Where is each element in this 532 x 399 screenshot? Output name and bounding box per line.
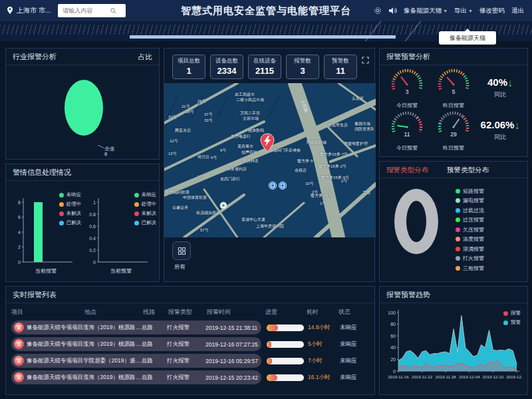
line-cell: 总路: [142, 374, 167, 382]
logout-link[interactable]: 退出: [511, 7, 524, 15]
realtime-alarm-table-panel: 实时报警列表 项目地点线路报警类型报警时间进度耗时状态 警豫备能源天猫专项项目淮…: [5, 286, 375, 395]
stat-card-label: 在线设备: [249, 57, 281, 65]
legend-item[interactable]: 打火报警: [456, 255, 484, 262]
trend-title: 报警预警趋势: [386, 287, 430, 303]
ratio-percent: 40%↓: [477, 76, 523, 89]
progress-cell: [267, 358, 308, 364]
legend-item[interactable]: 过载过流: [456, 207, 484, 214]
legend-dot: [134, 193, 139, 198]
legend-item[interactable]: 未响应: [134, 192, 157, 198]
svg-text:当前报警: 当前报警: [35, 268, 57, 274]
legend-item[interactable]: 温度报警: [456, 235, 484, 243]
pie-slice[interactable]: [65, 80, 103, 136]
legend-item[interactable]: 报警: [503, 310, 521, 317]
table-row[interactable]: 警豫备能源天猫专项项目淮海（2019）桃源路55弄4...总路打火报警2019-…: [11, 370, 369, 384]
search-icon[interactable]: [110, 8, 116, 14]
legend-label: 短路报警: [463, 188, 484, 195]
progress-fill: [267, 341, 271, 348]
gauge-label: 昨日预警: [430, 144, 477, 152]
legend-dot: [59, 211, 64, 216]
change-password-link[interactable]: 修改密码: [479, 7, 505, 15]
station-marker[interactable]: [279, 182, 287, 190]
tab-alarm-types[interactable]: 报警类型分布: [386, 162, 428, 178]
progress-fill: [267, 374, 277, 381]
table-row[interactable]: 警豫备能源天猫专项项目淮海（2019）桃源路55号...总路打火报警2019-1…: [11, 321, 369, 334]
fullscreen-icon[interactable]: [362, 57, 369, 64]
legend-item[interactable]: 处理中: [59, 201, 82, 207]
dashboard: 上海市 市... 智慧式用电安全监管与电能管理平台 豫备能源天猫▼: [0, 0, 532, 399]
gear-icon[interactable]: [374, 7, 382, 15]
table-row[interactable]: 警豫备能源天猫专项项目淮海（2019）桃源路41号 6...总路打火报警2019…: [11, 337, 369, 351]
location-cell: 学院居委（2019）盛家宅7...: [83, 357, 142, 365]
alarm-info-body: 02468当前报警未响应处理中未解决已解决00.20.40.60.81当前预警未…: [6, 181, 159, 281]
map-filter-all-button[interactable]: [172, 241, 191, 260]
panel-title-bar: 报警预警趋势: [380, 287, 527, 303]
grid-icon: [178, 247, 186, 255]
location-pin-icon: [7, 7, 13, 15]
project-name: 豫备能源天猫专项项目: [27, 324, 83, 332]
column-header: 耗时: [307, 308, 338, 317]
account-dropdown[interactable]: 豫备能源天猫▼: [404, 7, 448, 15]
stat-card: 报警数3: [286, 55, 319, 79]
progress-track: [267, 341, 304, 348]
location-selector[interactable]: 上海市 市...: [17, 6, 51, 15]
svg-text:100: 100: [388, 311, 396, 315]
legend-label: 未解决: [142, 210, 157, 217]
legend-item[interactable]: 三相报警: [456, 265, 484, 272]
band-highlight-bar: [130, 35, 396, 39]
legend-item[interactable]: 未解决: [59, 210, 82, 217]
svg-text:2: 2: [18, 245, 21, 249]
legend-item[interactable]: 已解决: [59, 219, 82, 226]
legend-dot: [134, 211, 139, 216]
legend-dot: [456, 247, 460, 251]
types-tab-bar: 报警类型分布预警类型分布: [380, 162, 527, 178]
table-row[interactable]: 警豫备能源天猫专项项目学院居委（2019）盛家宅7...总路打火报警2019-1…: [11, 354, 369, 368]
status-cell: 未响应: [340, 324, 364, 332]
alarm-badge: 警: [14, 339, 24, 349]
legend-item[interactable]: 漏电报警: [456, 197, 484, 204]
map-canvas[interactable]: 人民路: [164, 83, 376, 237]
alarm-badge: 警: [14, 323, 24, 332]
mini-chart-legend: 未响应处理中未解决已解决: [59, 189, 82, 229]
export-dropdown[interactable]: 导出▼: [454, 7, 473, 15]
svg-text:11: 11: [404, 131, 410, 138]
account-tooltip: 豫备能源天猫: [439, 31, 496, 45]
svg-text:0.2: 0.2: [89, 248, 96, 253]
legend-item[interactable]: 浪涌报警: [456, 245, 484, 253]
duration-cell: 14.8小时: [308, 324, 340, 332]
map[interactable]: 人民路 农工商超市二楼小商品市场万商二手货交易市场头发窝古玩寄售店豫园市场消防巡…: [164, 83, 376, 237]
legend-dot: [59, 193, 64, 198]
legend-item[interactable]: 未响应: [59, 192, 82, 198]
svg-text:40: 40: [390, 345, 396, 350]
legend-item[interactable]: 过压报警: [456, 216, 484, 223]
svg-text:0.4: 0.4: [89, 236, 96, 241]
speaker-icon[interactable]: [388, 7, 397, 15]
legend-item[interactable]: 欠压报警: [456, 226, 484, 233]
gauge-label: 今日预警: [384, 144, 430, 152]
tab-warning-types[interactable]: 预警类型分布: [447, 162, 489, 178]
ratio-percent: 62.06%↓: [477, 119, 523, 132]
tab-ratio[interactable]: 占比: [138, 49, 152, 65]
donut-chart[interactable]: [394, 189, 438, 254]
svg-text:0.8: 0.8: [89, 212, 96, 217]
legend-item[interactable]: 短路报警: [456, 188, 484, 195]
header-left: 上海市 市...: [0, 4, 126, 17]
poi-marker[interactable]: [220, 202, 227, 209]
search-input[interactable]: [61, 7, 110, 15]
center-panel: 项目总数1设备总数2334在线设备2115报警数3预警数11 人民路 农工商超市…: [164, 48, 375, 282]
project-name: 豫备能源天猫专项项目: [27, 374, 83, 382]
gauge: 5昨日报警: [430, 66, 477, 109]
svg-text:0: 0: [393, 369, 396, 374]
legend-item[interactable]: 处理中: [134, 201, 157, 207]
gauge: 3今日报警: [384, 66, 430, 109]
legend-item[interactable]: 预警: [503, 319, 521, 326]
ratio-value: 62.06%: [481, 119, 515, 130]
alarm-type-cell: 打火报警: [167, 357, 205, 365]
legend-dot: [59, 202, 64, 207]
station-marker[interactable]: [269, 182, 277, 190]
stat-card-value: 2115: [249, 66, 281, 76]
trend-body: 报警预警 0204060801002019-11-162019-11-22201…: [380, 303, 527, 392]
mini-bar-chart: 02468当前报警未响应处理中未解决已解决: [7, 184, 82, 281]
legend-item[interactable]: 未解决: [134, 210, 157, 217]
legend-item[interactable]: 已解决: [134, 219, 157, 226]
